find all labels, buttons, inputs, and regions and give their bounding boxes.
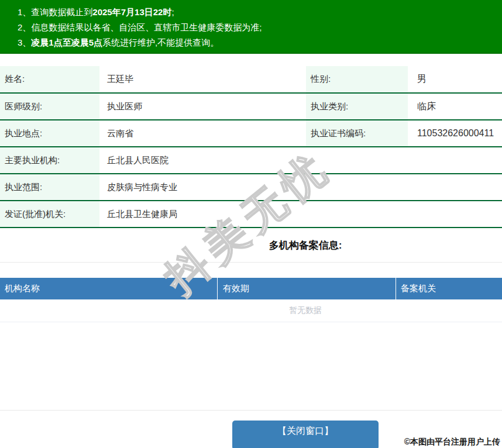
table-row: 执业地点: 云南省 执业证书编码: 110532626000411 bbox=[0, 120, 502, 147]
notice-line-3: 3、凌晨1点至凌晨5点系统进行维护,不能提供查询。 bbox=[18, 35, 502, 50]
filing-table-header: 机构名称 有效期 备案机关 bbox=[0, 278, 502, 299]
multi-institution-filing-title: 多机构备案信息: bbox=[0, 228, 502, 263]
field-value-practice-location: 云南省 bbox=[99, 120, 306, 147]
notice-text-bold: 2025年7月13日22时 bbox=[92, 7, 171, 17]
notice-line-number: 2、 bbox=[18, 22, 31, 32]
field-value-issuing-authority: 丘北县卫生健康局 bbox=[99, 201, 502, 228]
notice-text: 信息数据结果以各省、自治区、直辖市卫生健康委数据为准; bbox=[31, 22, 262, 32]
field-value-doctor-level: 执业医师 bbox=[99, 93, 306, 120]
spacer bbox=[0, 263, 502, 278]
table-row: 主要执业机构: 丘北县人民医院 bbox=[0, 147, 502, 174]
table-row: 姓名: 王廷毕 性别: 男 bbox=[0, 66, 502, 93]
notice-text: ; bbox=[171, 7, 174, 17]
field-label-doctor-level: 医师级别: bbox=[0, 93, 99, 120]
field-label-practice-category: 执业类别: bbox=[306, 93, 408, 120]
spacer bbox=[0, 322, 502, 410]
footer-divider bbox=[0, 410, 502, 411]
copyright-stamp: ©本图由平台注册用户上传 bbox=[404, 437, 500, 447]
field-value-main-institution: 丘北县人民医院 bbox=[99, 147, 502, 174]
field-label-main-institution: 主要执业机构: bbox=[0, 147, 99, 174]
table-row: 发证(批准)机关: 丘北县卫生健康局 bbox=[0, 201, 502, 228]
field-value-practice-scope: 皮肤病与性病专业 bbox=[99, 174, 502, 201]
notice-banner: 1、查询数据截止到2025年7月13日22时; 2、信息数据结果以各省、自治区、… bbox=[0, 0, 502, 54]
notice-line-1: 1、查询数据截止到2025年7月13日22时; bbox=[18, 5, 502, 20]
field-label-gender: 性别: bbox=[306, 66, 408, 93]
field-value-name: 王廷毕 bbox=[99, 66, 306, 93]
column-header-filing-authority: 备案机关 bbox=[396, 278, 502, 299]
notice-line-2: 2、信息数据结果以各省、自治区、直辖市卫生健康委数据为准; bbox=[18, 20, 502, 35]
notice-text: 系统进行维护,不能提供查询。 bbox=[102, 37, 219, 47]
notice-line-number: 3、 bbox=[18, 37, 31, 47]
field-label-name: 姓名: bbox=[0, 66, 99, 93]
field-label-practice-scope: 执业范围: bbox=[0, 174, 99, 201]
field-value-practice-category: 临床 bbox=[408, 93, 502, 120]
table-row: 执业范围: 皮肤病与性病专业 bbox=[0, 174, 502, 201]
column-header-institution-name: 机构名称 bbox=[0, 278, 218, 299]
page-sheet: 1、查询数据截止到2025年7月13日22时; 2、信息数据结果以各省、自治区、… bbox=[0, 0, 502, 448]
table-row: 医师级别: 执业医师 执业类别: 临床 bbox=[0, 93, 502, 120]
field-value-certificate-number: 110532626000411 bbox=[408, 120, 502, 147]
practitioner-info-table: 姓名: 王廷毕 性别: 男 医师级别: 执业医师 执业类别: 临床 执业地点: … bbox=[0, 66, 502, 228]
close-window-button[interactable]: 【关闭窗口】 bbox=[232, 421, 379, 448]
field-label-issuing-authority: 发证(批准)机关: bbox=[0, 201, 99, 228]
notice-text-bold: 凌晨1点至凌晨5点 bbox=[31, 37, 102, 47]
field-label-practice-location: 执业地点: bbox=[0, 120, 99, 147]
notice-line-number: 1、 bbox=[18, 7, 31, 17]
column-header-validity-period: 有效期 bbox=[218, 278, 396, 299]
empty-data-row: 暂无数据 bbox=[0, 299, 502, 322]
notice-text: 查询数据截止到 bbox=[31, 7, 92, 17]
field-value-gender: 男 bbox=[408, 66, 502, 93]
field-label-certificate-number: 执业证书编码: bbox=[306, 120, 408, 147]
